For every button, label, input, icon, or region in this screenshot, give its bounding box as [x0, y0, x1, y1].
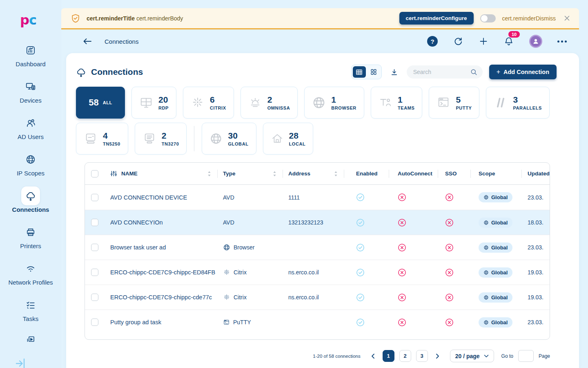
filter-chip-tn5250[interactable]: 4TN5250 — [76, 123, 128, 155]
topbar-title: Connections — [105, 38, 138, 45]
filter-chip-omnissa[interactable]: 2OMNISSA — [241, 87, 298, 119]
sidebar-item-ad-users[interactable]: AD Users — [18, 114, 44, 140]
app-logo: p c — [19, 11, 42, 30]
enabled-check-icon — [356, 293, 365, 302]
sidebar-item-connections[interactable]: Connections — [12, 186, 49, 213]
toggle-knob — [481, 15, 488, 22]
dashboard-icon — [25, 45, 36, 56]
svg-text:c: c — [29, 12, 37, 28]
help-button[interactable]: ? — [427, 36, 438, 47]
sidebar-item-dashboard[interactable]: Dashboard — [16, 41, 45, 67]
parallels-icon — [494, 96, 508, 110]
filter-chip-parallels[interactable]: 3PARALLELS — [486, 87, 550, 119]
cloud-network-icon — [25, 191, 36, 201]
filter-chip-tn3270[interactable]: 2TN3270 — [135, 123, 187, 155]
filter-chip-putty[interactable]: 5PUTTY — [429, 87, 479, 119]
search-icon[interactable] — [470, 68, 478, 76]
terminal-window-icon — [223, 319, 230, 326]
scope-badge: Global — [479, 242, 512, 253]
sidebar-collapse-button[interactable] — [15, 358, 27, 368]
row-checkbox[interactable] — [91, 244, 98, 251]
user-menu[interactable] — [529, 35, 542, 48]
sort-address-button[interactable] — [334, 170, 338, 177]
sidebar: p c Dashboard Devices AD Users — [0, 0, 61, 368]
next-page-button[interactable] — [433, 353, 442, 359]
sidebar-item-devices[interactable]: Devices — [20, 77, 41, 104]
svg-text:p: p — [20, 12, 29, 28]
reminder-dismiss-toggle[interactable] — [480, 14, 496, 22]
banner-close-icon[interactable] — [562, 15, 572, 21]
sso-x-icon — [445, 318, 454, 327]
table-row[interactable]: Browser task user ad Browser Global 23.0… — [85, 235, 550, 260]
export-button[interactable] — [388, 66, 400, 78]
reminder-dismiss-label[interactable]: cert.reminderDismiss — [502, 15, 556, 22]
table-row[interactable]: ERCO-chippc-CDE7C9-chippc-ED84FB Citrix … — [85, 260, 550, 285]
page-size-select[interactable]: 20 / page — [450, 350, 494, 362]
devices-icon — [25, 81, 36, 92]
row-checkbox[interactable] — [91, 294, 98, 301]
citrix-rays-icon — [223, 269, 230, 276]
grid-view-button[interactable] — [367, 66, 380, 78]
more-menu-button[interactable] — [557, 40, 567, 43]
column-header-enabled: Enabled — [356, 171, 378, 177]
ellipsis-icon — [557, 40, 567, 43]
reminder-configure-button[interactable]: cert.reminderConfigure — [399, 12, 474, 25]
plus-icon — [479, 36, 488, 46]
page-button-3[interactable]: 3 — [416, 350, 428, 362]
sidebar-item-printers[interactable]: Printers — [20, 223, 41, 249]
filter-chip-global[interactable]: 30GLOBAL — [202, 123, 256, 155]
download-icon — [390, 68, 399, 76]
add-connection-button[interactable]: + Add Connection — [489, 65, 557, 79]
filter-chip-teams[interactable]: 1TEAMS — [371, 87, 423, 119]
filter-chip-citrix[interactable]: 6CITRIX — [183, 87, 234, 119]
row-checkbox[interactable] — [91, 219, 98, 226]
sidebar-item-sessions[interactable] — [24, 332, 38, 346]
table-row[interactable]: AVD CONNECTION DEVICE AVD 1111 Global 23… — [85, 185, 550, 210]
notifications-button[interactable]: 10 — [503, 36, 514, 47]
table-row[interactable]: Putty group ad task PuTTY Global 23.03. — [85, 310, 550, 334]
table-row[interactable]: AVD CONNECYIOn AVD 13213232123 Global 18… — [85, 210, 550, 235]
add-button-topbar[interactable] — [479, 36, 488, 46]
goto-page-input[interactable] — [518, 350, 534, 362]
filter-chip-rdp[interactable]: 20RDP — [131, 87, 176, 119]
sidebar-item-ip-scopes[interactable]: IP Scopes — [17, 150, 45, 177]
column-header-address: Address — [288, 171, 310, 177]
sort-name-button[interactable] — [207, 170, 212, 177]
refresh-button[interactable] — [453, 36, 463, 47]
filter-chip-all[interactable]: 58 ALL — [76, 87, 125, 119]
monitor-icon — [139, 96, 153, 110]
row-checkbox[interactable] — [91, 269, 98, 276]
table-row[interactable]: ERCO-chippc-CDE7C9-chippc-cde77c Citrix … — [85, 285, 550, 310]
filter-chip-local[interactable]: 28LOCAL — [263, 123, 314, 155]
select-all-checkbox[interactable] — [91, 170, 98, 177]
scope-badge: Global — [479, 292, 512, 303]
search-input[interactable] — [413, 69, 466, 75]
page-button-1[interactable]: 1 — [383, 350, 394, 362]
autoconnect-x-icon — [398, 193, 406, 202]
topbar: Connections ? 10 — [61, 31, 579, 52]
page-button-2[interactable]: 2 — [399, 350, 411, 362]
row-checkbox[interactable] — [91, 194, 98, 201]
terminal-window-icon — [437, 96, 450, 110]
refresh-icon — [453, 36, 463, 47]
connections-table: NAME Type Address Enabled AutoConnect SS… — [85, 162, 550, 340]
sessions-icon — [26, 334, 36, 344]
back-button[interactable] — [82, 37, 92, 45]
sidebar-item-network-profiles[interactable]: Network Profiles — [8, 259, 53, 286]
sunrise-icon — [248, 96, 262, 110]
grid-view-icon — [370, 68, 377, 76]
column-settings-icon[interactable] — [110, 170, 117, 177]
enabled-check-icon — [356, 193, 365, 202]
sidebar-item-tasks[interactable]: Tasks — [21, 296, 40, 322]
globe-icon — [483, 320, 489, 325]
enabled-check-icon — [356, 243, 365, 252]
prev-page-button[interactable] — [369, 353, 378, 359]
row-checkbox[interactable] — [91, 319, 98, 326]
sort-type-button[interactable] — [272, 170, 277, 177]
filter-chip-browser[interactable]: 1BROWSER — [304, 87, 364, 119]
goto-label: Go to — [501, 353, 513, 359]
sidebar-item-label: Connections — [12, 206, 49, 213]
table-view-button[interactable] — [353, 66, 366, 78]
sidebar-item-label: Network Profiles — [8, 279, 53, 286]
enabled-check-icon — [356, 318, 365, 327]
